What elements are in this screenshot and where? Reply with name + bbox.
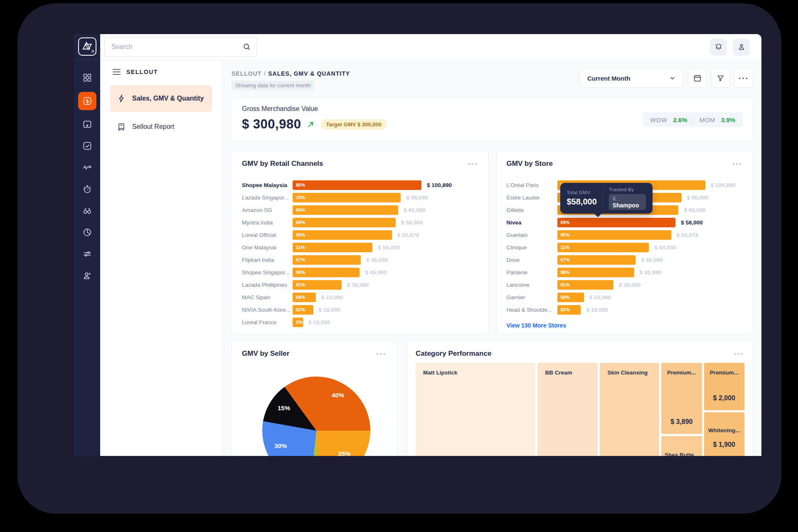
period-select[interactable]: Current Month <box>579 69 683 88</box>
bar-percent-label: 11% <box>293 245 305 250</box>
bar-value-label: $ 50,000 <box>654 244 676 251</box>
gmv-bar[interactable]: 95% <box>557 230 671 240</box>
filter-button[interactable] <box>711 69 730 88</box>
bar-value-label: $ 18,090 <box>586 307 608 313</box>
gmv-bar[interactable]: 98% <box>293 268 360 277</box>
gmv-bar[interactable]: 82% <box>293 305 313 315</box>
bar-value-label: $ 45,990 <box>365 269 387 276</box>
bar-track: 69% $ 58,000 <box>557 218 705 227</box>
bar-value-label: $ 46,090 <box>366 257 388 263</box>
bar-row: Shopee Malaysia 86% $ 100,890 <box>242 179 478 191</box>
gmv-bar[interactable]: 86% <box>293 180 421 190</box>
treemap-cell-label: BB Cream <box>545 369 572 376</box>
search-icon[interactable] <box>242 42 251 52</box>
orders-card-icon[interactable] <box>82 119 92 129</box>
dashboard-icon[interactable] <box>82 73 92 83</box>
account-button[interactable] <box>733 39 750 56</box>
treemap-cell[interactable]: BB Cream <box>537 363 598 456</box>
bar-row: Clinique 11% $ 50,000 <box>507 241 743 254</box>
logo-icon: a <box>78 37 97 56</box>
bar-category-label: Lancome <box>507 282 557 288</box>
bar-value-label: $ 55,678 <box>677 232 699 238</box>
menu-toggle-icon[interactable] <box>113 69 121 75</box>
bar-category-label: Myntra India <box>242 219 293 226</box>
treemap-cell[interactable]: Whitening... $ 1,900 <box>704 412 744 456</box>
bar-value-label: $ 98,090 <box>687 195 709 201</box>
bar-percent-label: 98% <box>293 270 305 275</box>
tooltip-tracked-pill: K : Shampoo <box>609 194 646 210</box>
category-performance-card: Category Performance ··· Matt Lipstick B… <box>407 341 753 456</box>
card-more-icon[interactable]: ··· <box>468 160 478 168</box>
gmv-bar[interactable]: 81% <box>293 280 342 290</box>
card-more-icon[interactable]: ··· <box>734 350 744 358</box>
calendar-button[interactable] <box>688 69 707 88</box>
gmv-bar[interactable]: 10% <box>293 193 401 202</box>
sales-icon-active[interactable]: $ <box>78 92 96 110</box>
treemap-cell-label: Premium... <box>710 369 739 376</box>
gmv-bar[interactable]: 69% <box>293 218 396 227</box>
card-more-icon[interactable]: ··· <box>376 350 387 358</box>
gmv-bar[interactable]: 11% <box>557 243 649 252</box>
gmv-bar[interactable]: 68% <box>293 293 316 302</box>
treemap-cell[interactable]: Premium... $ 3,890 <box>661 363 702 434</box>
timer-icon[interactable] <box>82 184 92 194</box>
category-treemap: Matt Lipstick BB Cream Skin Cleansing Pr… <box>416 363 744 456</box>
bar-percent-label: 2% <box>293 320 303 325</box>
bar-category-label: Gillette <box>507 207 557 213</box>
activity-icon[interactable] <box>82 163 92 172</box>
bar-percent-label: 11% <box>557 245 569 250</box>
gmv-bar[interactable]: 95% <box>293 230 392 240</box>
gmv-bar[interactable]: 84% <box>293 205 398 215</box>
bar-track: 11% $ 50,000 <box>293 243 421 252</box>
report-book-icon <box>117 122 126 131</box>
treemap-cell[interactable]: Skin Cleansing <box>600 363 659 456</box>
more-options-button[interactable]: ··· <box>734 69 753 88</box>
treemap-cell[interactable]: Shea Butte... <box>661 436 702 456</box>
add-user-icon[interactable] <box>82 271 92 281</box>
bar-row: Flipkart India 67% $ 46,090 <box>242 254 478 266</box>
bar-value-label: $ 98,090 <box>406 195 428 201</box>
search-box <box>104 37 257 57</box>
app-window: a $ <box>74 34 761 456</box>
treemap-cell-label: Matt Lipstick <box>423 369 458 376</box>
treemap-cell[interactable]: Premium... $ 2,000 <box>704 363 744 410</box>
pie-slice-label: 25% <box>338 450 351 456</box>
bar-percent-label: 68% <box>293 295 305 300</box>
bar-value-label: $ 23,090 <box>321 294 343 300</box>
trend-up-icon <box>307 120 315 128</box>
tasks-check-icon[interactable] <box>82 141 92 151</box>
bar-value-label: $ 46,090 <box>641 257 663 263</box>
data-period-badge: Showing data for current month <box>232 81 314 90</box>
bar-category-label: Guerlain <box>507 232 557 238</box>
gmv-bar[interactable]: 68% <box>557 293 584 302</box>
bar-value-label: $ 38,080 <box>347 282 369 288</box>
bar-percent-label: 68% <box>557 295 570 300</box>
gmv-bar[interactable]: 67% <box>293 255 361 265</box>
kpi-title: Gross Merchandise Value <box>242 105 387 113</box>
gmv-bar[interactable]: 11% <box>293 243 372 252</box>
card-more-icon[interactable]: ··· <box>732 160 743 168</box>
bar-row: One Malaysia 11% $ 50,000 <box>242 241 478 254</box>
sliders-icon[interactable] <box>82 249 92 259</box>
gmv-bar[interactable]: 98% <box>557 268 634 277</box>
breadcrumb-section[interactable]: SELLOUT <box>232 70 261 77</box>
icon-rail: a $ <box>74 34 100 456</box>
gmv-bar[interactable]: 69% <box>557 218 676 227</box>
page-title: SALES, GMV & QUANTITY <box>268 70 350 77</box>
binoculars-icon[interactable] <box>82 206 92 216</box>
gmv-bar[interactable]: 82% <box>557 305 581 315</box>
seller-pie-chart[interactable]: 40%25%30%15% <box>262 377 370 456</box>
search-input[interactable] <box>104 37 257 57</box>
gmv-bar[interactable]: 67% <box>557 255 636 265</box>
nav-item-sales-gmv-quantity[interactable]: Sales, GMV & Quantity <box>110 85 212 112</box>
pie-chart-icon[interactable] <box>82 227 92 237</box>
gmv-bar[interactable]: 2% <box>293 318 303 327</box>
view-more-stores-link[interactable]: View 130 More Stores <box>507 322 566 329</box>
treemap-cell[interactable]: Matt Lipstick <box>416 363 535 456</box>
nav-panel-title: SELLOUT <box>126 69 158 75</box>
nav-item-sellout-report[interactable]: Sellout Report <box>110 115 212 138</box>
gmv-bar[interactable]: 81% <box>557 280 613 290</box>
bar-category-label: Dove <box>507 257 557 263</box>
notifications-button[interactable] <box>710 39 727 56</box>
logo[interactable]: a <box>74 34 100 60</box>
